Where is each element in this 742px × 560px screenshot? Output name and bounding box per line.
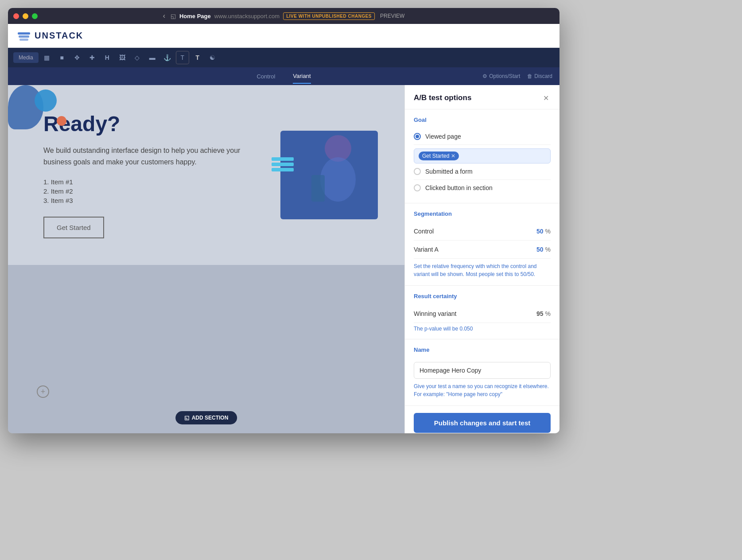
- text-bold-icon[interactable]: T: [191, 51, 204, 64]
- media-button[interactable]: Media: [13, 52, 39, 63]
- panel-header: A/B test options ✕: [405, 85, 559, 109]
- back-icon[interactable]: ‹: [163, 12, 165, 20]
- name-input[interactable]: [414, 362, 551, 379]
- anchor-icon[interactable]: ⚓: [161, 51, 174, 64]
- minimize-window-button[interactable]: [23, 13, 28, 19]
- header-bar: UNSTACK: [8, 24, 559, 48]
- hero-image-area: [280, 131, 387, 219]
- heading-icon[interactable]: H: [101, 51, 114, 64]
- svg-rect-1: [19, 35, 29, 38]
- panel-bottom: Publish changes and start test This sect…: [405, 406, 559, 433]
- logo-text: UNSTACK: [35, 31, 83, 41]
- panel-title: A/B test options: [414, 93, 471, 102]
- grid-small-icon[interactable]: ▦: [40, 51, 54, 64]
- svg-rect-2: [19, 39, 28, 41]
- winning-variant-value: 95: [536, 310, 544, 317]
- columns-icon[interactable]: ✚: [85, 51, 99, 64]
- list-item: 2. Item #2: [43, 187, 263, 195]
- name-label: Name: [414, 346, 551, 353]
- list-item: 3. Item #3: [43, 197, 263, 204]
- logo: UNSTACK: [17, 29, 83, 43]
- svg-rect-0: [18, 32, 30, 35]
- segmentation-control-value: 50: [536, 228, 544, 235]
- segmentation-variant-row: Variant A 50 %: [414, 241, 551, 259]
- shape-icon[interactable]: ◇: [131, 51, 144, 64]
- ab-test-panel: A/B test options ✕ Goal Viewed page Get …: [404, 85, 559, 433]
- add-content-button[interactable]: +: [37, 385, 49, 398]
- accent-bar: [272, 163, 294, 166]
- hero-content: Ready? We build outstanding interface de…: [43, 112, 263, 238]
- paint-icon[interactable]: ☯: [206, 51, 219, 64]
- options-start-button[interactable]: ⚙ Options/Start: [482, 73, 520, 79]
- segmentation-variant-value: 50: [536, 246, 544, 253]
- image-icon[interactable]: 🖼: [116, 51, 129, 64]
- logo-icon: [17, 29, 31, 43]
- svg-rect-5: [311, 175, 325, 202]
- close-panel-button[interactable]: ✕: [541, 93, 551, 103]
- titlebar-center: ‹ ◱ Home Page www.unstacksupport.com LIV…: [163, 12, 405, 20]
- add-section-button[interactable]: ◱ ADD SECTION: [175, 411, 237, 424]
- segmentation-variant-unit: %: [545, 246, 551, 253]
- page-icon: ◱: [171, 13, 176, 19]
- pvalue-text: The p-value will be 0.050: [414, 326, 551, 332]
- titlebar: ‹ ◱ Home Page www.unstacksupport.com LIV…: [8, 8, 559, 24]
- stack-icon: ◱: [184, 415, 189, 421]
- tab-variant[interactable]: Variant: [293, 69, 311, 84]
- tab-control[interactable]: Control: [256, 70, 275, 83]
- remove-tag-button[interactable]: ✕: [451, 153, 455, 159]
- goal-section: Goal Viewed page Get Started ✕ Submitt: [405, 109, 559, 203]
- radio-viewed-page-indicator: [414, 133, 421, 140]
- svg-point-4: [320, 157, 356, 202]
- accent-bars: [272, 157, 294, 171]
- app-window: ‹ ◱ Home Page www.unstacksupport.com LIV…: [8, 8, 559, 433]
- segmentation-section: Segmentation Control 50 % Variant A 50 %…: [405, 203, 559, 286]
- page-canvas: Ready? We build outstanding interface de…: [8, 85, 404, 433]
- accent-bar: [272, 157, 294, 161]
- radio-submitted-form[interactable]: Submitted a form: [414, 163, 551, 180]
- segmentation-control-unit: %: [545, 228, 551, 235]
- banner-icon[interactable]: ▬: [146, 51, 159, 64]
- blob-decoration-small: [35, 89, 57, 112]
- radio-clicked-button-label: Clicked button in section: [425, 184, 493, 191]
- segmentation-hint: Set the relative frequency with which th…: [414, 262, 551, 278]
- hero-section: Ready? We build outstanding interface de…: [8, 85, 404, 265]
- goal-label: Goal: [414, 117, 551, 123]
- publish-button[interactable]: Publish changes and start test: [414, 413, 551, 433]
- close-window-button[interactable]: [13, 13, 19, 19]
- live-badge: LIVE WITH UNPUBLISHED CHANGES: [283, 12, 375, 20]
- move-icon[interactable]: ✥: [70, 51, 84, 64]
- discard-button[interactable]: 🗑 Discard: [527, 73, 552, 79]
- radio-clicked-button[interactable]: Clicked button in section: [414, 180, 551, 196]
- text-icon[interactable]: T: [176, 51, 189, 64]
- segmentation-variant-label: Variant A: [414, 246, 536, 253]
- certainty-row: Winning variant 95 %: [414, 305, 551, 323]
- name-section: Name Give your test a name so you can re…: [405, 339, 559, 406]
- hero-subtitle: We build outstanding interface design to…: [43, 145, 263, 167]
- hero-image: [280, 131, 378, 219]
- toolbar: Media ▦ ■ ✥ ✚ H 🖼 ◇ ▬ ⚓ T T ☯: [8, 48, 559, 67]
- result-certainty-label: Result certainty: [414, 293, 551, 299]
- trash-icon: 🗑: [527, 73, 532, 79]
- segmentation-control-label: Control: [414, 228, 536, 235]
- preview-button[interactable]: PREVIEW: [380, 13, 404, 19]
- content-area: Ready? We build outstanding interface de…: [8, 85, 559, 433]
- grid-icon[interactable]: ■: [55, 51, 69, 64]
- radio-viewed-page[interactable]: Viewed page: [414, 128, 551, 145]
- tab-actions: ⚙ Options/Start 🗑 Discard: [482, 73, 552, 79]
- result-certainty-section: Result certainty Winning variant 95 % Th…: [405, 286, 559, 339]
- hero-title: Ready?: [43, 112, 263, 136]
- segmentation-label: Segmentation: [414, 210, 551, 217]
- page-title: Home Page: [179, 13, 211, 19]
- list-item: 1. Item #1: [43, 178, 263, 186]
- radio-clicked-button-indicator: [414, 184, 421, 191]
- get-started-tag: Get Started ✕: [419, 152, 459, 160]
- winning-variant-unit: %: [545, 310, 551, 317]
- accent-bar: [272, 168, 294, 171]
- hero-illustration: [285, 131, 373, 210]
- hero-cta-button[interactable]: Get Started: [43, 217, 104, 238]
- tab-bar: Control Variant ⚙ Options/Start 🗑 Discar…: [8, 67, 559, 85]
- name-hint: Give your test a name so you can recogni…: [414, 382, 551, 398]
- winning-variant-label: Winning variant: [414, 310, 536, 317]
- tag-input-area: Get Started ✕: [414, 148, 551, 163]
- maximize-window-button[interactable]: [32, 13, 38, 19]
